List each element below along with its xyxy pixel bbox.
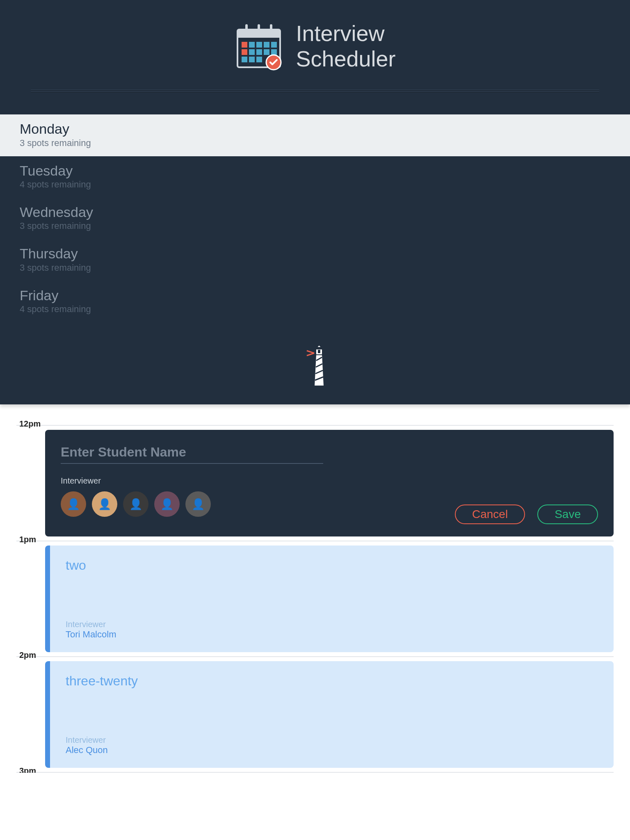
svg-rect-13	[264, 49, 269, 55]
interviewer-label: Interviewer	[66, 620, 598, 629]
day-name: Wednesday	[20, 205, 610, 220]
svg-rect-14	[271, 49, 277, 55]
appointment-form: Interviewer 👤 👤 👤 👤 👤 Cancel Save	[45, 430, 614, 536]
day-name: Friday	[20, 288, 610, 303]
day-item-friday[interactable]: Friday 4 spots remaining	[0, 281, 630, 322]
day-item-wednesday[interactable]: Wednesday 3 spots remaining	[0, 198, 630, 239]
svg-line-20	[307, 353, 314, 356]
day-spots: 4 spots remaining	[20, 304, 610, 315]
interviewer-avatar[interactable]: 👤	[92, 491, 117, 517]
time-slot-1pm: 1pm two Interviewer Tori Malcolm	[16, 541, 614, 652]
student-name-input[interactable]	[61, 442, 323, 464]
interviewer-label: Interviewer	[66, 735, 598, 745]
svg-rect-5	[242, 42, 247, 48]
svg-rect-22	[318, 350, 320, 353]
svg-line-19	[307, 351, 314, 353]
calendar-logo-icon	[234, 21, 283, 71]
day-spots: 3 spots remaining	[20, 221, 610, 231]
day-list: Monday 3 spots remaining Tuesday 4 spots…	[0, 114, 630, 322]
student-name: three-twenty	[66, 673, 598, 689]
time-slot-3pm: 3pm	[16, 772, 614, 773]
day-spots: 4 spots remaining	[20, 179, 610, 190]
time-label: 1pm	[19, 535, 36, 544]
student-name: two	[66, 558, 598, 573]
svg-rect-9	[271, 42, 277, 48]
slot-separator	[16, 425, 614, 426]
svg-rect-17	[256, 57, 262, 62]
svg-rect-8	[264, 42, 269, 48]
appointment-card[interactable]: three-twenty Interviewer Alec Quon	[45, 661, 614, 768]
app-title-line2: Scheduler	[296, 46, 395, 71]
time-slot-12pm: 12pm Interviewer 👤 👤 👤 👤 👤 Cancel Save	[16, 425, 614, 536]
svg-rect-15	[242, 57, 247, 62]
interviewer-avatar[interactable]: 👤	[123, 491, 148, 517]
interviewer-name: Alec Quon	[66, 745, 598, 756]
svg-rect-16	[249, 57, 255, 62]
app-title-line1: Interview	[296, 21, 395, 46]
slot-separator	[16, 656, 614, 657]
day-item-thursday[interactable]: Thursday 3 spots remaining	[0, 239, 630, 281]
time-label: 2pm	[19, 651, 36, 660]
interviewer-name: Tori Malcolm	[66, 629, 598, 640]
day-spots: 3 spots remaining	[20, 262, 610, 273]
svg-rect-6	[249, 42, 255, 48]
slot-separator	[16, 772, 614, 773]
lighthouse-icon	[0, 322, 630, 404]
header-divider	[31, 91, 599, 92]
schedule: 12pm Interviewer 👤 👤 👤 👤 👤 Cancel Save 1…	[0, 404, 630, 773]
app-header: Interview Scheduler	[0, 0, 630, 114]
app-title: Interview Scheduler	[296, 21, 395, 71]
interviewer-avatar[interactable]: 👤	[61, 491, 86, 517]
svg-rect-11	[249, 49, 255, 55]
cancel-button[interactable]: Cancel	[455, 504, 525, 524]
interviewer-avatar[interactable]: 👤	[185, 491, 211, 517]
day-item-tuesday[interactable]: Tuesday 4 spots remaining	[0, 156, 630, 198]
day-name: Thursday	[20, 246, 610, 261]
time-label: 3pm	[19, 766, 36, 773]
svg-marker-23	[317, 345, 322, 347]
header-divider	[31, 90, 599, 90]
save-button[interactable]: Save	[537, 504, 598, 524]
day-item-monday[interactable]: Monday 3 spots remaining	[0, 114, 630, 156]
interviewer-label: Interviewer	[61, 476, 598, 486]
day-spots: 3 spots remaining	[20, 138, 610, 148]
svg-rect-12	[256, 49, 262, 55]
interviewer-avatar[interactable]: 👤	[154, 491, 180, 517]
day-name: Monday	[20, 121, 610, 137]
appointment-card[interactable]: two Interviewer Tori Malcolm	[45, 546, 614, 652]
slot-separator	[16, 541, 614, 541]
svg-rect-7	[256, 42, 262, 48]
svg-rect-10	[242, 49, 247, 55]
day-name: Tuesday	[20, 163, 610, 178]
time-slot-2pm: 2pm three-twenty Interviewer Alec Quon	[16, 656, 614, 768]
time-label: 12pm	[19, 419, 41, 429]
